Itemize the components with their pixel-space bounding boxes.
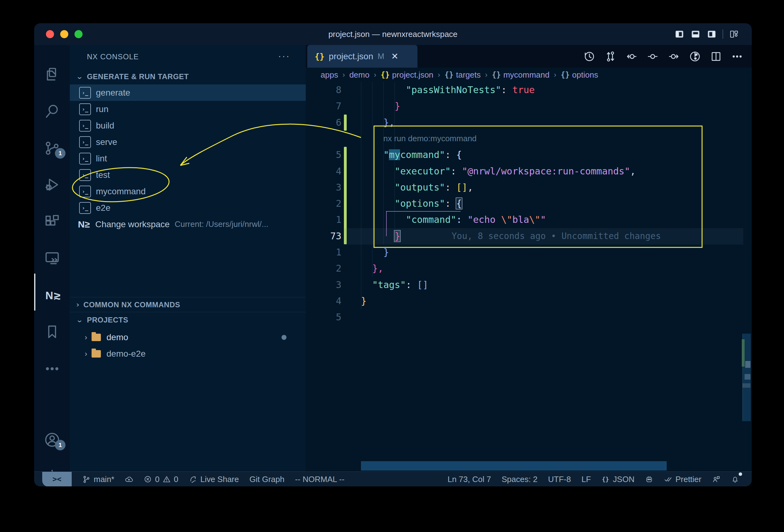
toggle-secondary-sidebar-icon[interactable] — [706, 29, 717, 39]
code-token: \" — [501, 214, 512, 225]
target-item-generate[interactable]: ›_generate — [70, 84, 306, 101]
breadcrumb-item-targets[interactable]: {}targets — [444, 70, 480, 80]
target-label: e2e — [96, 203, 111, 213]
section-header-projects[interactable]: ⌄PROJECTS — [70, 313, 306, 327]
vscode-window: project.json — newnxreactwrkspace 1N≳11 … — [34, 23, 752, 486]
status-git-branch[interactable]: main* — [82, 475, 114, 484]
code-token: }, — [383, 117, 394, 128]
terminal-icon: ›_ — [79, 169, 91, 181]
layout-controls — [674, 23, 739, 45]
activity-item-source-control[interactable]: 1 — [34, 133, 70, 164]
code-token: { — [456, 198, 462, 209]
target-item-e2e[interactable]: ›_e2e — [70, 200, 306, 216]
status-feedback[interactable] — [712, 475, 720, 483]
status-remote-indicator[interactable]: >< — [42, 472, 72, 486]
code-token: "@nrwl/workspace:run-commands" — [462, 166, 630, 177]
split-editor-icon[interactable] — [710, 51, 722, 62]
code-token — [361, 279, 372, 290]
screenshot-canvas: project.json — newnxreactwrkspace 1N≳11 … — [0, 0, 784, 532]
more-actions-icon[interactable] — [731, 51, 743, 62]
status-cursor-position[interactable]: Ln 73, Col 7 — [448, 475, 491, 484]
svg-text:N≳: N≳ — [45, 289, 60, 301]
code-lens-run-command[interactable]: nx run demo:mycommand — [383, 131, 477, 147]
toggle-primary-sidebar-icon[interactable] — [674, 29, 685, 39]
activity-item-extensions[interactable] — [34, 206, 70, 237]
project-item-demo[interactable]: ›demo — [70, 329, 306, 345]
breadcrumb-item-apps[interactable]: apps — [320, 70, 338, 80]
chevron-right-icon: › — [85, 333, 87, 342]
activity-item-remote-explorer[interactable] — [34, 243, 70, 274]
activity-item-nx-console[interactable]: N≳ — [34, 280, 70, 311]
toggle-panel-icon[interactable] — [690, 29, 701, 39]
activity-item-search[interactable] — [34, 95, 70, 127]
code-token — [361, 231, 394, 242]
status-sync[interactable] — [125, 475, 133, 483]
section-header-generate-run-target[interactable]: ⌄GENERATE & RUN TARGET — [70, 70, 306, 83]
code-token: : — [456, 214, 468, 225]
change-workspace-label: Change workspace — [95, 219, 170, 229]
target-item-build[interactable]: ›_build — [70, 117, 306, 134]
section-header-common-nx-commands[interactable]: ›COMMON NX COMMANDS — [70, 298, 306, 312]
status-prettier[interactable]: Prettier — [664, 475, 701, 484]
previous-change-icon[interactable] — [626, 51, 638, 62]
project-item-demo-e2e[interactable]: ›demo-e2e — [70, 345, 306, 362]
activity-item-run-debug[interactable] — [34, 169, 70, 200]
code-token: \" — [529, 214, 540, 225]
bookmarks-icon — [44, 324, 60, 340]
sidebar-more-actions[interactable]: ··· — [278, 45, 290, 68]
customize-layout-icon[interactable] — [729, 29, 739, 39]
status-notifications[interactable] — [731, 475, 743, 483]
breadcrumb-item-project-json[interactable]: {}project.json — [381, 70, 433, 80]
activity-item-accounts[interactable]: 1 — [34, 424, 70, 455]
tab-project-json[interactable]: {} project.json M ✕ — [307, 45, 417, 68]
status-problems[interactable]: 00 — [144, 475, 178, 484]
code-token: , — [468, 182, 473, 193]
folder-icon — [91, 350, 101, 358]
breadcrumb-item-mycommand[interactable]: {}mycommand — [492, 70, 550, 80]
activity-item-bookmarks[interactable] — [34, 316, 70, 347]
target-item-lint[interactable]: ›_lint — [70, 150, 306, 167]
change-icon[interactable] — [647, 51, 659, 62]
target-item-run[interactable]: ›_run — [70, 101, 306, 117]
next-change-icon[interactable] — [668, 51, 680, 62]
breadcrumb-item-demo[interactable]: demo — [349, 70, 369, 80]
status-eol[interactable]: LF — [582, 475, 591, 484]
status-language-mode[interactable]: {}JSON — [601, 475, 635, 484]
target-item-test[interactable]: ›_test — [70, 167, 306, 183]
horizontal-scrollbar[interactable] — [361, 461, 667, 471]
activity-item-explorer[interactable] — [34, 59, 70, 90]
code-token: "options" — [394, 198, 445, 209]
section-title: PROJECTS — [87, 316, 128, 324]
activity-item-more-views[interactable] — [34, 353, 70, 384]
target-item-serve[interactable]: ›_serve — [70, 134, 306, 150]
line-number: 2 — [307, 196, 341, 212]
explorer-icon — [44, 66, 60, 83]
overview-mark — [745, 374, 751, 380]
terminal-icon: ›_ — [79, 153, 91, 165]
code-line: "passWithNoTests": true — [361, 82, 535, 99]
object-icon: {} — [444, 71, 453, 79]
compare-changes-icon[interactable] — [605, 51, 616, 62]
status-encoding[interactable]: UTF-8 — [548, 475, 571, 484]
change-workspace-item[interactable]: N≥Change workspaceCurrent: /Users/juri/n… — [70, 216, 306, 232]
status-indentation[interactable]: Spaces: 2 — [502, 475, 537, 484]
breadcrumb-label: demo — [349, 70, 369, 80]
file-history-icon[interactable] — [689, 51, 701, 62]
breadcrumb-item-options[interactable]: {}options — [561, 70, 598, 80]
line-number: 1 — [307, 244, 341, 261]
code-token: } — [394, 101, 400, 111]
status-git-graph[interactable]: Git Graph — [250, 475, 285, 484]
status-vim-mode[interactable]: -- NORMAL -- — [295, 475, 344, 484]
status-live-share[interactable]: Live Share — [189, 475, 239, 484]
code-token: "executor" — [394, 166, 451, 177]
status-extension-robot[interactable] — [645, 475, 653, 483]
target-item-mycommand[interactable]: ›_mycommand — [70, 183, 306, 200]
code-line: "tags": [] — [361, 277, 428, 293]
code-token — [361, 149, 383, 160]
code-token — [361, 214, 406, 225]
tab-close-icon[interactable]: ✕ — [391, 51, 398, 61]
history-icon[interactable] — [584, 51, 595, 62]
code-token: command" — [400, 149, 445, 160]
folder-icon — [91, 334, 101, 341]
vim-block-cursor: } — [394, 231, 400, 242]
